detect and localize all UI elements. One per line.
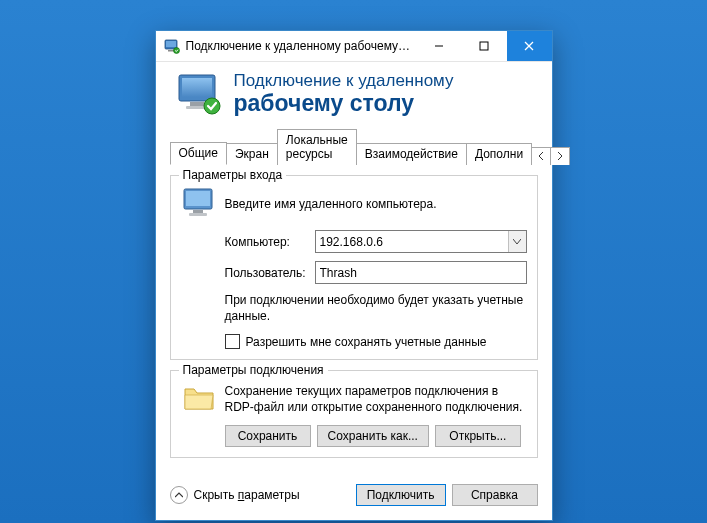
tabs-container: Общие Экран Локальные ресурсы Взаимодейс… (156, 128, 552, 165)
svg-rect-16 (189, 213, 207, 216)
svg-rect-5 (480, 42, 488, 50)
credentials-note: При подключении необходимо будет указать… (181, 292, 527, 324)
tab-panel-general: Параметры входа Введите имя удаленного к… (156, 165, 552, 474)
computer-dropdown-button[interactable] (508, 231, 526, 252)
tabs: Общие Экран Локальные ресурсы Взаимодейс… (170, 128, 538, 165)
close-button[interactable] (507, 31, 552, 61)
dialog-footer: Скрыть параметры Подключить Справка (156, 474, 552, 520)
tab-experience[interactable]: Взаимодействие (356, 143, 467, 165)
login-settings-title: Параметры входа (179, 168, 287, 182)
titlebar[interactable]: Подключение к удаленному рабочему с... (156, 31, 552, 62)
dialog-title-block: Подключение к удаленному рабочему столу (234, 72, 454, 116)
svg-rect-9 (182, 78, 212, 97)
computer-label: Компьютер: (181, 235, 315, 249)
svg-rect-2 (168, 50, 174, 52)
tab-display[interactable]: Экран (226, 143, 278, 165)
desktop-background: Подключение к удаленному рабочему с... (0, 0, 707, 523)
computer-row: Компьютер: (181, 230, 527, 253)
rdp-dialog-window: Подключение к удаленному рабочему с... (155, 30, 553, 521)
user-row: Пользователь: (181, 261, 527, 284)
computer-input[interactable] (316, 231, 508, 252)
computer-combobox[interactable] (315, 230, 527, 253)
app-icon (164, 38, 180, 54)
save-button[interactable]: Сохранить (225, 425, 311, 447)
tab-local-resources[interactable]: Локальные ресурсы (277, 129, 357, 165)
chevron-up-icon (170, 486, 188, 504)
computer-icon (181, 186, 219, 222)
help-button[interactable]: Справка (452, 484, 538, 506)
svg-rect-1 (166, 41, 176, 47)
rdp-monitor-icon (176, 72, 222, 116)
hide-options-link[interactable]: Скрыть параметры (170, 486, 300, 504)
save-credentials-checkbox[interactable] (225, 334, 240, 349)
connect-button[interactable]: Подключить (356, 484, 446, 506)
svg-rect-15 (193, 210, 203, 213)
connection-desc-row: Сохранение текущих параметров подключени… (181, 381, 527, 417)
dialog-title-line2: рабочему столу (234, 91, 454, 116)
connection-settings-group: Параметры подключения Сохранение текущих… (170, 370, 538, 458)
user-label: Пользователь: (181, 266, 315, 280)
maximize-button[interactable] (462, 31, 507, 61)
instruction-text: Введите имя удаленного компьютера. (225, 197, 437, 211)
connection-buttons: Сохранить Сохранить как... Открыть... (181, 425, 527, 447)
minimize-button[interactable] (417, 31, 462, 61)
login-settings-group: Параметры входа Введите имя удаленного к… (170, 175, 538, 360)
titlebar-controls (417, 31, 552, 61)
hide-options-text: Скрыть параметры (194, 488, 300, 502)
save-as-button[interactable]: Сохранить как... (317, 425, 429, 447)
chevron-down-icon (513, 239, 521, 245)
dialog-header: Подключение к удаленному рабочему столу (156, 62, 552, 128)
tab-advanced[interactable]: Дополни (466, 143, 532, 165)
save-credentials-row[interactable]: Разрешить мне сохранять учетные данные (181, 334, 527, 349)
svg-rect-14 (186, 191, 210, 206)
svg-point-12 (204, 98, 220, 114)
save-credentials-label: Разрешить мне сохранять учетные данные (246, 335, 487, 349)
titlebar-text: Подключение к удаленному рабочему с... (186, 39, 417, 53)
svg-point-3 (173, 48, 179, 54)
tab-scroll-left[interactable] (531, 147, 551, 165)
svg-rect-10 (190, 102, 204, 106)
instruction-row: Введите имя удаленного компьютера. (181, 186, 527, 222)
tab-general[interactable]: Общие (170, 142, 227, 165)
connection-desc: Сохранение текущих параметров подключени… (225, 383, 527, 415)
user-input[interactable] (315, 261, 527, 284)
folder-icon (181, 381, 219, 417)
tab-scroll-right[interactable] (550, 147, 570, 165)
open-button[interactable]: Открыть... (435, 425, 521, 447)
footer-buttons: Подключить Справка (356, 484, 538, 506)
dialog-title-line1: Подключение к удаленному (234, 72, 454, 91)
connection-settings-title: Параметры подключения (179, 363, 328, 377)
